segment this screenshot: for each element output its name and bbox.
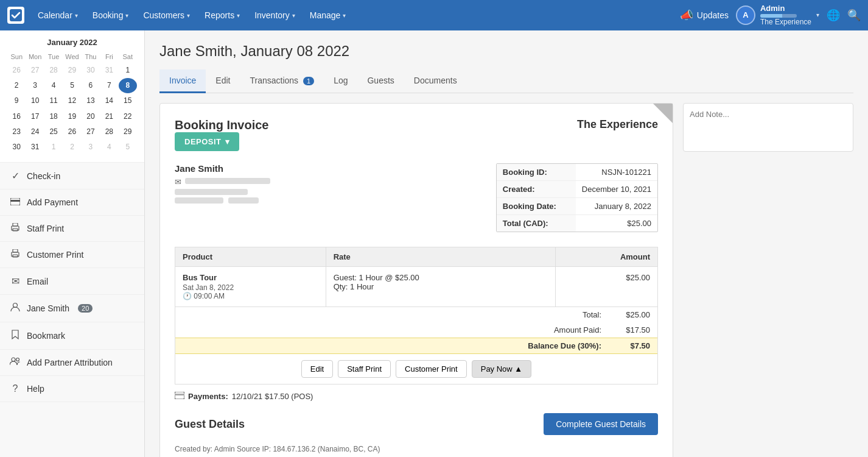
cal-day[interactable]: 2 xyxy=(7,78,26,93)
cal-day[interactable]: 21 xyxy=(100,109,118,124)
cal-day[interactable]: 18 xyxy=(44,109,63,124)
logo[interactable] xyxy=(7,7,24,24)
updates-button[interactable]: 📣 Updates xyxy=(680,9,729,22)
nav-reports[interactable]: Reports ▾ xyxy=(198,7,246,24)
cal-day[interactable]: 1 xyxy=(119,63,137,78)
invoice-actions: Edit Staff Print Customer Print Pay Now … xyxy=(175,354,658,384)
col-rate: Rate xyxy=(326,247,555,267)
cal-day[interactable]: 29 xyxy=(63,63,81,78)
topnav-right: 📣 Updates A Admin The Experience ▾ 🌐 🔍 xyxy=(680,4,861,27)
admin-section[interactable]: A Admin The Experience ▾ xyxy=(736,4,819,27)
svg-rect-4 xyxy=(13,223,18,226)
tab-log[interactable]: Log xyxy=(324,69,357,93)
reports-chevron-icon: ▾ xyxy=(237,12,240,19)
payments-info: Payments: 12/10/21 $17.50 (POS) xyxy=(175,392,658,401)
cal-day[interactable]: 28 xyxy=(44,63,63,78)
tab-transactions[interactable]: Transactions 1 xyxy=(240,69,324,93)
cal-day[interactable]: 12 xyxy=(63,93,81,108)
sidebar-item-help[interactable]: ? Help xyxy=(0,376,144,402)
cal-day[interactable]: 4 xyxy=(100,140,118,155)
cal-day[interactable]: 14 xyxy=(100,93,118,108)
cal-day[interactable]: 24 xyxy=(26,124,44,140)
cal-day[interactable]: 3 xyxy=(26,78,44,93)
cal-day[interactable]: 26 xyxy=(7,63,26,78)
sidebar-item-bookmark[interactable]: Bookmark xyxy=(0,322,144,350)
note-panel xyxy=(683,103,853,457)
sidebar-item-staff-print[interactable]: Staff Print xyxy=(0,216,144,242)
nav-booking[interactable]: Booking ▾ xyxy=(86,7,135,24)
cal-day[interactable]: 30 xyxy=(82,63,100,78)
search-icon[interactable]: 🔍 xyxy=(847,9,861,22)
cal-day[interactable]: 17 xyxy=(26,109,44,124)
staff-print-button[interactable]: Staff Print xyxy=(338,360,391,378)
customer-name-area: Jane Smith ✉ xyxy=(175,163,496,206)
content-area: Jane Smith, January 08 2022 Invoice Edit… xyxy=(145,30,868,457)
nav-customers[interactable]: Customers ▾ xyxy=(137,7,196,24)
staffprint-icon xyxy=(10,223,21,234)
cal-day[interactable]: 27 xyxy=(82,124,100,140)
cal-day[interactable]: 22 xyxy=(119,109,137,124)
cal-day[interactable]: 3 xyxy=(82,140,100,155)
deposit-button[interactable]: DEPOSIT ▾ xyxy=(175,132,239,151)
booking-details-table: Booking ID: NSJN-101221 Created: Decembe… xyxy=(496,163,658,232)
svg-point-10 xyxy=(12,358,15,361)
note-input[interactable] xyxy=(683,103,853,152)
cal-day[interactable]: 29 xyxy=(119,124,137,140)
cal-day[interactable]: 16 xyxy=(7,109,26,124)
cal-day[interactable]: 11 xyxy=(44,93,63,108)
cal-day[interactable]: 25 xyxy=(44,124,63,140)
sidebar-item-jane-smith[interactable]: Jane Smith 20 xyxy=(0,295,144,322)
cal-day[interactable]: 20 xyxy=(82,109,100,124)
cal-day[interactable]: 19 xyxy=(63,109,81,124)
cal-day[interactable]: 2 xyxy=(63,140,81,155)
cal-day[interactable]: 7 xyxy=(100,78,118,93)
sidebar-item-add-payment[interactable]: Add Payment xyxy=(0,190,144,216)
svg-point-11 xyxy=(16,358,19,361)
nav-calendar[interactable]: Calendar ▾ xyxy=(32,7,84,24)
cal-header-tue: Tue xyxy=(44,52,63,63)
transactions-badge: 1 xyxy=(303,77,314,85)
balance-line: Balance Due (30%): $7.50 xyxy=(175,338,657,354)
cal-day[interactable]: 6 xyxy=(82,78,100,93)
sidebar-item-customer-print[interactable]: Customer Print xyxy=(0,242,144,268)
pay-now-button[interactable]: Pay Now ▲ xyxy=(472,360,532,378)
cal-header-thu: Thu xyxy=(82,52,100,63)
globe-icon[interactable]: 🌐 xyxy=(827,9,840,22)
customer-print-button[interactable]: Customer Print xyxy=(396,360,467,378)
cal-day[interactable]: 15 xyxy=(119,93,137,108)
cal-day[interactable]: 27 xyxy=(26,63,44,78)
deposit-chevron-icon: ▾ xyxy=(225,137,230,146)
tab-guests[interactable]: Guests xyxy=(357,69,404,93)
cal-day[interactable]: 5 xyxy=(63,78,81,93)
cal-day[interactable]: 13 xyxy=(82,93,100,108)
cal-day[interactable]: 31 xyxy=(26,140,44,155)
invoice-footer: Created by: Admin Source IP: 184.67.136.… xyxy=(175,445,658,453)
tab-edit[interactable]: Edit xyxy=(206,69,240,93)
inventory-chevron-icon: ▾ xyxy=(292,12,295,19)
sidebar-item-email[interactable]: ✉ Email xyxy=(0,268,144,295)
nav-inventory[interactable]: Inventory ▾ xyxy=(248,7,301,24)
tab-documents[interactable]: Documents xyxy=(404,69,467,93)
complete-guest-button[interactable]: Complete Guest Details xyxy=(544,413,658,435)
customer-info-row: Jane Smith ✉ Booking ID: xyxy=(175,163,658,232)
edit-button[interactable]: Edit xyxy=(301,360,333,378)
sidebar-item-add-partner[interactable]: Add Partner Attribution xyxy=(0,350,144,376)
tab-invoice[interactable]: Invoice xyxy=(159,69,206,93)
cal-day[interactable]: 31 xyxy=(100,63,118,78)
cal-day[interactable]: 26 xyxy=(63,124,81,140)
cal-day[interactable]: 10 xyxy=(26,93,44,108)
cal-day[interactable]: 5 xyxy=(119,140,137,155)
svg-rect-2 xyxy=(10,200,20,202)
cal-day[interactable]: 1 xyxy=(44,140,63,155)
customer-address-redacted1 xyxy=(175,189,248,195)
sidebar-item-checkin[interactable]: ✓ Check-in xyxy=(0,163,144,190)
cal-day-today[interactable]: 8 xyxy=(119,78,137,93)
cal-day[interactable]: 30 xyxy=(7,140,26,155)
nav-manage[interactable]: Manage ▾ xyxy=(304,7,352,24)
cal-day[interactable]: 23 xyxy=(7,124,26,140)
cal-day[interactable]: 28 xyxy=(100,124,118,140)
cal-day[interactable]: 9 xyxy=(7,93,26,108)
booking-id-row: Booking ID: NSJN-101221 xyxy=(497,164,657,181)
admin-text: Admin The Experience xyxy=(760,4,811,27)
cal-day[interactable]: 4 xyxy=(44,78,63,93)
